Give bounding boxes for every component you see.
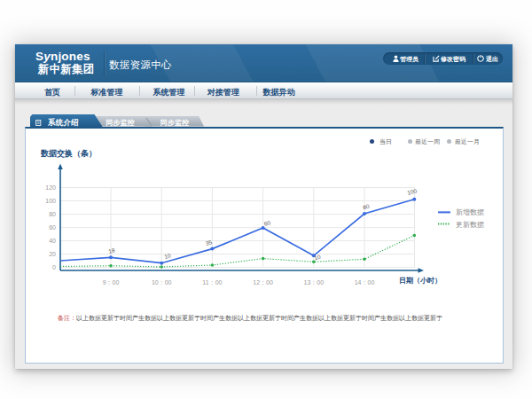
- svg-text:9：00: 9：00: [103, 279, 120, 286]
- svg-text:14：00: 14：00: [355, 279, 375, 286]
- svg-text:10: 10: [163, 252, 171, 260]
- svg-text:60: 60: [49, 224, 56, 231]
- svg-text:120: 120: [45, 184, 56, 191]
- svg-text:日期（小时）: 日期（小时）: [399, 277, 442, 285]
- svg-text:12：00: 12：00: [253, 279, 273, 286]
- svg-text:100: 100: [406, 187, 418, 196]
- svg-text:18: 18: [107, 246, 115, 254]
- svg-text:35: 35: [205, 239, 213, 246]
- svg-text:新增数据: 新增数据: [456, 208, 484, 216]
- svg-text:数据交换（条）: 数据交换（条）: [40, 149, 97, 158]
- svg-text:11：00: 11：00: [202, 279, 222, 286]
- svg-text:100: 100: [45, 198, 56, 204]
- svg-text:20: 20: [49, 251, 56, 257]
- svg-text:80: 80: [49, 211, 56, 217]
- svg-text:40: 40: [49, 238, 56, 244]
- svg-text:更新数据: 更新数据: [456, 221, 484, 229]
- svg-text:80: 80: [362, 203, 370, 211]
- svg-text:13：00: 13：00: [304, 279, 325, 286]
- svg-text:10：00: 10：00: [152, 279, 172, 286]
- svg-text:60: 60: [263, 219, 271, 227]
- svg-text:0: 0: [52, 264, 56, 270]
